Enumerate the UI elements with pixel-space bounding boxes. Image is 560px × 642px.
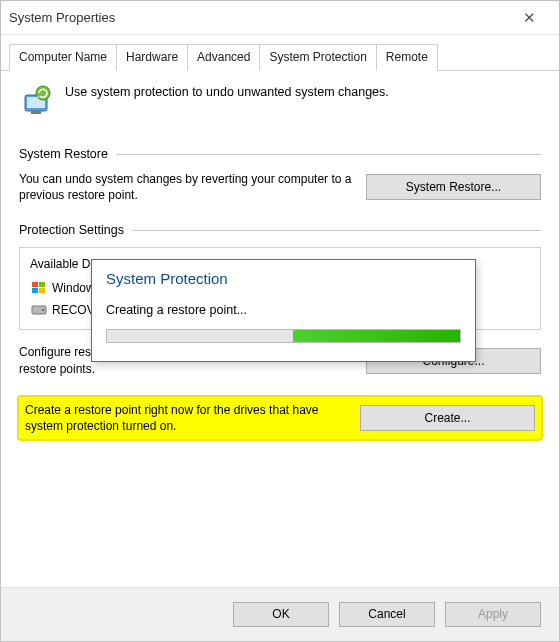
system-properties-window: System Properties ✕ Computer Name Hardwa… xyxy=(0,0,560,642)
cancel-button[interactable]: Cancel xyxy=(339,602,435,627)
create-button[interactable]: Create... xyxy=(360,405,535,431)
svg-rect-5 xyxy=(39,282,45,287)
progress-fill xyxy=(293,330,461,342)
section-heading: System Restore xyxy=(19,147,108,161)
intro-row: Use system protection to undo unwanted s… xyxy=(19,83,541,119)
tab-hardware[interactable]: Hardware xyxy=(116,44,188,71)
progress-dialog-body: Creating a restore point... xyxy=(92,289,475,361)
section-heading: Protection Settings xyxy=(19,223,124,237)
progress-dialog-title: System Protection xyxy=(92,260,475,289)
close-button[interactable]: ✕ xyxy=(507,3,551,33)
restore-description: You can undo system changes by reverting… xyxy=(19,171,358,203)
system-protection-icon xyxy=(19,83,55,119)
tab-advanced[interactable]: Advanced xyxy=(187,44,260,71)
section-system-restore: System Restore xyxy=(19,147,541,161)
ok-button[interactable]: OK xyxy=(233,602,329,627)
tab-computer-name[interactable]: Computer Name xyxy=(9,44,117,71)
close-icon: ✕ xyxy=(523,9,536,27)
dialog-button-row: OK Cancel Apply xyxy=(1,587,559,641)
progress-message: Creating a restore point... xyxy=(106,303,461,317)
progress-dialog: System Protection Creating a restore poi… xyxy=(91,259,476,362)
tab-content: Use system protection to undo unwanted s… xyxy=(1,71,559,439)
divider xyxy=(116,154,541,155)
svg-rect-6 xyxy=(32,288,38,293)
progress-bar xyxy=(106,329,461,343)
svg-rect-2 xyxy=(31,111,41,114)
divider xyxy=(132,230,541,231)
titlebar[interactable]: System Properties ✕ xyxy=(1,1,559,35)
svg-rect-7 xyxy=(39,288,45,293)
apply-button[interactable]: Apply xyxy=(445,602,541,627)
create-row-highlighted: Create a restore point right now for the… xyxy=(19,397,541,439)
svg-rect-4 xyxy=(32,282,38,287)
intro-text: Use system protection to undo unwanted s… xyxy=(65,83,389,99)
tab-bar: Computer Name Hardware Advanced System P… xyxy=(1,35,559,71)
tab-system-protection[interactable]: System Protection xyxy=(259,44,376,71)
tab-remote[interactable]: Remote xyxy=(376,44,438,71)
restore-row: You can undo system changes by reverting… xyxy=(19,171,541,203)
create-description: Create a restore point right now for the… xyxy=(25,402,352,434)
windows-drive-icon xyxy=(30,280,48,296)
svg-point-9 xyxy=(42,309,44,311)
hdd-drive-icon xyxy=(30,302,48,318)
window-title: System Properties xyxy=(9,10,115,25)
system-restore-button[interactable]: System Restore... xyxy=(366,174,541,200)
section-protection-settings: Protection Settings xyxy=(19,223,541,237)
